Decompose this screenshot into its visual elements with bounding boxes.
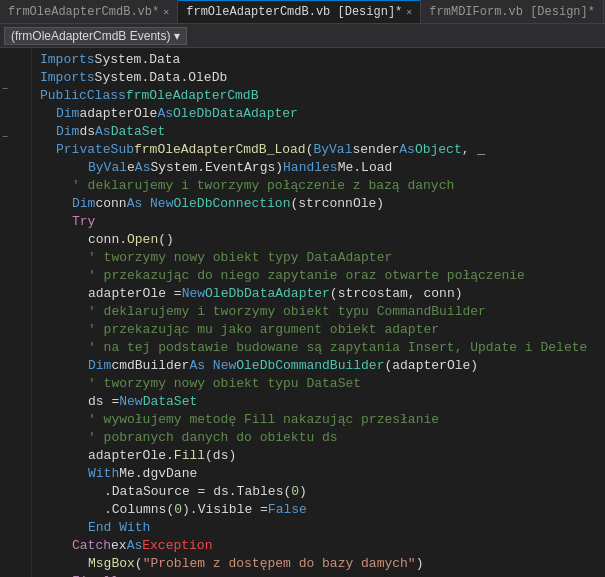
token-cls: Object bbox=[415, 142, 462, 157]
code-line: ' pobranych danych do obiektu ds bbox=[32, 428, 605, 446]
code-area[interactable]: −− Imports System.DataImports System.Dat… bbox=[0, 48, 605, 577]
tab-close-icon[interactable]: ✕ bbox=[406, 6, 412, 18]
token-cmt: ' pobranych danych do obiektu ds bbox=[88, 430, 338, 445]
token-cmt: ' przekazując do niego zapytanie oraz ot… bbox=[88, 268, 525, 283]
code-line: conn.Open() bbox=[32, 230, 605, 248]
token-cls: DataSet bbox=[111, 124, 166, 139]
token-kw: ByVal bbox=[313, 142, 352, 157]
code-line: ' deklarujemy i tworzymy połączenie z ba… bbox=[32, 176, 605, 194]
code-line: ds = New DataSet bbox=[32, 392, 605, 410]
token-plain: (adapterOle) bbox=[384, 358, 478, 373]
gutter-line bbox=[0, 226, 31, 242]
token-kw: End With bbox=[88, 520, 150, 535]
token-cls: OleDbDataAdapter bbox=[205, 286, 330, 301]
token-plain: System.EventArgs) bbox=[150, 160, 283, 175]
token-cmt: ' wywołujemy metodę Fill nakazując przes… bbox=[88, 412, 439, 427]
code-line: Try bbox=[32, 212, 605, 230]
gutter-line bbox=[0, 545, 31, 561]
token-kw: As bbox=[127, 538, 143, 553]
gutter-line bbox=[0, 98, 31, 114]
gutter-line bbox=[0, 481, 31, 497]
token-kw: Imports bbox=[40, 70, 95, 85]
events-dropdown[interactable]: (frmOleAdapterCmdB Events) ▾ bbox=[4, 27, 187, 45]
token-fn: frmOleAdapterCmdB_Load bbox=[134, 142, 306, 157]
token-plain: System.Data bbox=[95, 52, 181, 67]
gutter-line bbox=[0, 337, 31, 353]
token-kw: As New bbox=[189, 358, 236, 373]
token-kw: Sub bbox=[111, 142, 134, 157]
token-kw: Private bbox=[56, 142, 111, 157]
gutter-line bbox=[0, 210, 31, 226]
gutter-line bbox=[0, 178, 31, 194]
gutter-line bbox=[0, 353, 31, 369]
code-line: .Columns(0).Visible = False bbox=[32, 500, 605, 518]
code-line: Dim conn As New OleDbConnection(strconnO… bbox=[32, 194, 605, 212]
token-cls: OleDbDataAdapter bbox=[173, 106, 298, 121]
token-err: Exception bbox=[142, 538, 212, 553]
token-kw: As bbox=[95, 124, 111, 139]
token-plain: conn. bbox=[88, 232, 127, 247]
gutter-line bbox=[0, 465, 31, 481]
code-line: ByVal e As System.EventArgs) Handles Me.… bbox=[32, 158, 605, 176]
token-fn: MsgBox bbox=[88, 556, 135, 571]
code-line: End With bbox=[32, 518, 605, 536]
token-fn: Fill bbox=[174, 448, 205, 463]
code-line: .DataSource = ds.Tables(0) bbox=[32, 482, 605, 500]
token-kw-ctrl: Try bbox=[72, 214, 95, 229]
token-plain: Me.Load bbox=[338, 160, 393, 175]
code-line: Dim cmdBuilder As New OleDbCommandBuilde… bbox=[32, 356, 605, 374]
token-plain: adapterOle bbox=[79, 106, 157, 121]
code-line: Dim adapterOle As OleDbDataAdapter bbox=[32, 104, 605, 122]
code-line: adapterOle = New OleDbDataAdapter(strcos… bbox=[32, 284, 605, 302]
collapse-arrow-icon[interactable]: − bbox=[2, 132, 8, 143]
gutter-line: − bbox=[0, 130, 31, 146]
code-line: ' tworzymy nowy obiekt typu DataSet bbox=[32, 374, 605, 392]
tab-frmOleAdapterCmdB-vb[interactable]: frmOleAdapterCmdB.vb* ✕ bbox=[0, 0, 178, 23]
tab-label: frmOleAdapterCmdB.vb* bbox=[8, 5, 159, 19]
code-line: ' na tej podstawie budowane są zapytania… bbox=[32, 338, 605, 356]
tab-label: frmOleAdapterCmdB.vb [Design]* bbox=[186, 5, 402, 19]
tab-frmOleAdapterCmdB-design[interactable]: frmOleAdapterCmdB.vb [Design]* ✕ bbox=[178, 0, 421, 23]
token-kw: Public bbox=[40, 88, 87, 103]
tab-bar: frmOleAdapterCmdB.vb* ✕ frmOleAdapterCmd… bbox=[0, 0, 605, 24]
token-plain: () bbox=[158, 232, 174, 247]
token-kw: Dim bbox=[72, 196, 95, 211]
dropdown-label: (frmOleAdapterCmdB Events) bbox=[11, 29, 170, 43]
token-kw: Class bbox=[87, 88, 126, 103]
gutter-line bbox=[0, 66, 31, 82]
gutter-line bbox=[0, 449, 31, 465]
token-cmt: ' tworzymy nowy obiekt typu DataSet bbox=[88, 376, 361, 391]
gutter-line bbox=[0, 306, 31, 322]
tab-close-icon[interactable]: ✕ bbox=[163, 6, 169, 18]
code-line: With Me.dgvDane bbox=[32, 464, 605, 482]
chevron-down-icon: ▾ bbox=[174, 29, 180, 43]
token-kw-ctrl: Catch bbox=[72, 538, 111, 553]
token-plain: ex bbox=[111, 538, 127, 553]
gutter-line bbox=[0, 194, 31, 210]
code-line: MsgBox("Problem z dostępem do bazy damyc… bbox=[32, 554, 605, 572]
gutter-line: − bbox=[0, 82, 31, 98]
dropdown-bar: (frmOleAdapterCmdB Events) ▾ bbox=[0, 24, 605, 48]
token-kw-ctrl: Finally bbox=[72, 574, 127, 578]
gutter-line bbox=[0, 258, 31, 274]
code-line: Public Class frmOleAdapterCmdB bbox=[32, 86, 605, 104]
gutter-line bbox=[0, 369, 31, 385]
token-plain: ) bbox=[416, 556, 424, 571]
token-cmt: ' przekazując mu jako argument obiekt ad… bbox=[88, 322, 439, 337]
token-plain: ( bbox=[135, 556, 143, 571]
token-plain: Me.dgvDane bbox=[119, 466, 197, 481]
token-kw: Imports bbox=[40, 52, 95, 67]
token-kw: False bbox=[268, 502, 307, 517]
tab-frmMDIForm-design[interactable]: frmMDIForm.vb [Design]* bbox=[421, 0, 604, 23]
code-line: ' wywołujemy metodę Fill nakazując przes… bbox=[32, 410, 605, 428]
token-fn: Open bbox=[127, 232, 158, 247]
collapse-arrow-icon[interactable]: − bbox=[2, 84, 8, 95]
gutter-line bbox=[0, 433, 31, 449]
code-line: adapterOle.Fill(ds) bbox=[32, 446, 605, 464]
code-line: ' przekazując mu jako argument obiekt ad… bbox=[32, 320, 605, 338]
code-line: Imports System.Data bbox=[32, 50, 605, 68]
token-cmt: ' tworzymy nowy obiekt typy DataAdapter bbox=[88, 250, 392, 265]
token-num: 0 bbox=[174, 502, 182, 517]
token-cls: frmOleAdapterCmdB bbox=[126, 88, 259, 103]
gutter-line bbox=[0, 50, 31, 66]
